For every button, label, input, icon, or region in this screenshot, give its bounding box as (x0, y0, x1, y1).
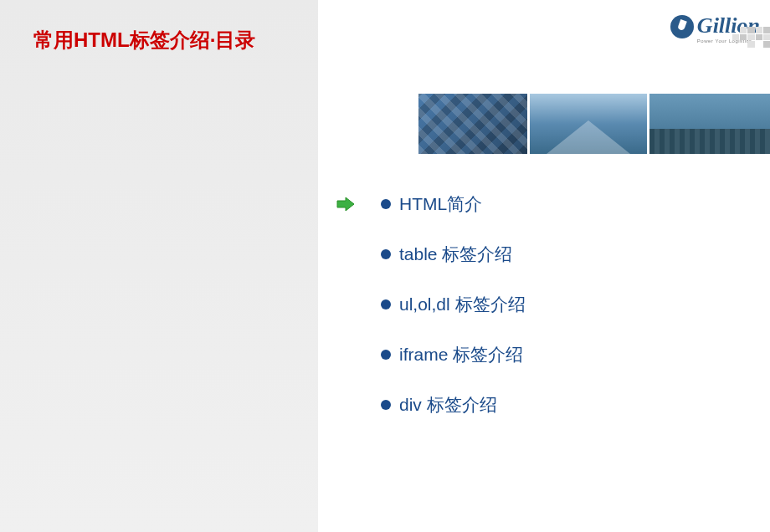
logo-icon (670, 15, 694, 38)
bullet-icon (381, 350, 391, 360)
title-container: 常用HTML标签介绍·目录 (0, 0, 318, 54)
toc-label: table 标签介绍 (399, 243, 512, 266)
toc-label: div 标签介绍 (399, 393, 497, 417)
banner-collage-image (418, 94, 527, 154)
table-of-contents: HTML简介 table 标签介绍 ul,ol,dl 标签介绍 iframe 标… (381, 192, 526, 443)
toc-label: HTML简介 (399, 192, 482, 216)
toc-item-table: table 标签介绍 (381, 243, 526, 266)
decorative-pixels (732, 27, 770, 48)
banner-bridge-image (530, 94, 647, 154)
slide-title: 常用HTML标签介绍·目录 (33, 27, 318, 54)
toc-item-lists: ul,ol,dl 标签介绍 (381, 293, 526, 316)
bullet-icon (381, 400, 391, 410)
banner-port-image (649, 94, 770, 154)
toc-item-div: div 标签介绍 (381, 393, 526, 417)
bullet-icon (381, 199, 391, 209)
toc-item-iframe: iframe 标签介绍 (381, 343, 526, 366)
main-content-panel: Gillion Power Your Logistics HTML简介 tabl… (318, 0, 770, 532)
bullet-icon (381, 249, 391, 259)
bullet-icon (381, 299, 391, 309)
toc-item-html-intro: HTML简介 (381, 192, 526, 216)
left-sidebar-panel: 常用HTML标签介绍·目录 (0, 0, 318, 532)
toc-label: ul,ol,dl 标签介绍 (399, 293, 526, 316)
banner-image-strip (418, 94, 770, 154)
toc-label: iframe 标签介绍 (399, 343, 523, 366)
